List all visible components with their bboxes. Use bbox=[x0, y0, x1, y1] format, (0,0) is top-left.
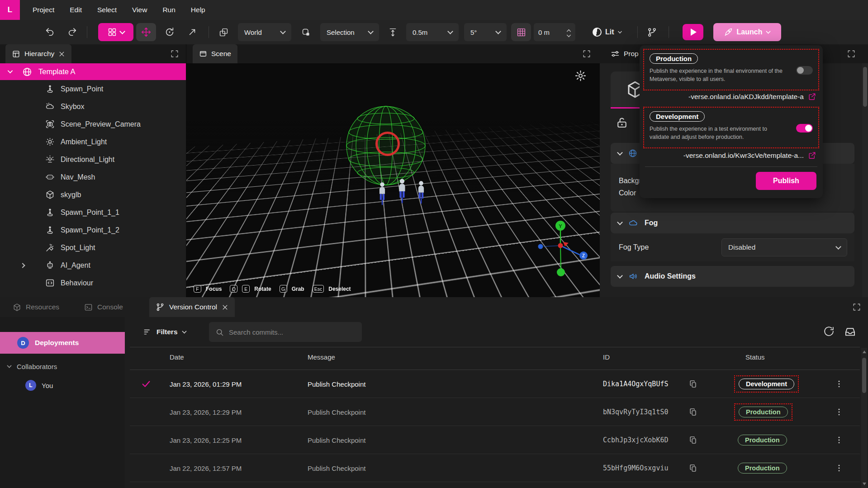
stepper-arrows[interactable] bbox=[567, 28, 571, 37]
fog-type-label: Fog Type bbox=[619, 243, 649, 251]
menu-view[interactable]: View bbox=[132, 6, 147, 14]
expand-icon[interactable] bbox=[171, 50, 179, 58]
avatar-figure[interactable] bbox=[415, 179, 427, 205]
tab-version-control[interactable]: Version Control bbox=[149, 297, 235, 317]
snap-toggle-button[interactable] bbox=[298, 24, 314, 40]
deployment-settings-icon[interactable] bbox=[844, 326, 856, 338]
redo-button[interactable] bbox=[64, 24, 81, 40]
lock-open-icon[interactable] bbox=[615, 116, 629, 129]
copy-icon[interactable] bbox=[689, 379, 697, 388]
copy-icon[interactable] bbox=[689, 436, 697, 444]
hierarchy-item-root[interactable]: Template A bbox=[0, 63, 186, 80]
chevron-right-icon[interactable] bbox=[20, 263, 25, 268]
refresh-icon[interactable] bbox=[823, 326, 835, 337]
fog-type-dropdown[interactable]: Disabled bbox=[721, 238, 847, 256]
production-description: Publish the experience in the final envi… bbox=[650, 67, 786, 83]
publish-button[interactable]: Publish bbox=[756, 172, 816, 190]
tab-hierarchy[interactable]: Hierarchy bbox=[5, 44, 71, 63]
cube-icon bbox=[45, 190, 55, 199]
tab-console[interactable]: Console bbox=[78, 297, 129, 317]
search-input[interactable] bbox=[229, 328, 346, 336]
menu-select[interactable]: Select bbox=[97, 6, 117, 14]
rotation-snap-dropdown[interactable]: 5° bbox=[464, 23, 507, 41]
sidebar-item-deployments[interactable]: D Deployments bbox=[0, 332, 125, 354]
table-row[interactable]: Jan 22, 2026, 12:57 PM Publish Checkpoin… bbox=[130, 454, 860, 482]
tab-resources[interactable]: Resources bbox=[6, 297, 66, 317]
close-icon[interactable] bbox=[222, 304, 228, 311]
avatar-figure[interactable] bbox=[396, 177, 408, 204]
expand-icon[interactable] bbox=[847, 50, 855, 58]
hierarchy-item[interactable]: skyglb bbox=[0, 186, 186, 204]
rotate-tool-button[interactable] bbox=[160, 23, 180, 41]
pivot-dropdown[interactable]: Selection bbox=[320, 23, 379, 41]
tab-scene[interactable]: Scene bbox=[193, 44, 237, 63]
hierarchy-item[interactable]: Directional_Light bbox=[0, 151, 186, 168]
hierarchy-item[interactable]: Spawn_Point_1_2 bbox=[0, 221, 186, 239]
expand-icon[interactable] bbox=[853, 303, 861, 311]
robot-icon bbox=[45, 261, 55, 270]
production-url: -verse.onland.io/aKDJkdd/template-a bbox=[688, 93, 804, 101]
tab-properties[interactable]: Prop bbox=[604, 44, 645, 63]
hierarchy-item[interactable]: Scene_Preview_Camera bbox=[0, 115, 186, 133]
space-dropdown[interactable]: World bbox=[238, 23, 291, 41]
transform-gizmo[interactable]: Y Z bbox=[535, 219, 593, 279]
kebab-menu-icon[interactable] bbox=[835, 379, 844, 389]
menu-help[interactable]: Help bbox=[191, 6, 205, 14]
kebab-menu-icon[interactable] bbox=[835, 407, 844, 417]
table-row[interactable]: Jan 23, 2026, 12:29 PM Publish Checkpoin… bbox=[130, 398, 860, 426]
gear-icon[interactable] bbox=[574, 70, 587, 82]
current-check-icon bbox=[141, 379, 151, 389]
launch-button[interactable]: Launch bbox=[713, 23, 781, 41]
scene-canvas[interactable]: Y Z F Focus Q E Rotate G Grab Esc Desele… bbox=[186, 63, 600, 297]
sidebar-item-collaborators[interactable]: Collaborators bbox=[0, 359, 125, 374]
properties-scrollbar[interactable] bbox=[862, 63, 868, 297]
grid-visibility-button[interactable] bbox=[511, 23, 531, 41]
avatar-figure[interactable] bbox=[376, 181, 388, 206]
kebab-menu-icon[interactable] bbox=[835, 436, 844, 445]
external-link-icon[interactable] bbox=[808, 92, 816, 101]
sidebar-item-you[interactable]: L You bbox=[0, 378, 125, 393]
play-button[interactable] bbox=[683, 24, 703, 40]
hierarchy-item[interactable]: Spot_Light bbox=[0, 239, 186, 256]
scale-tool-button[interactable] bbox=[182, 23, 202, 41]
production-url-row: -verse.onland.io/aKDJkdd/template-a bbox=[688, 92, 816, 101]
measure-button[interactable] bbox=[384, 24, 401, 40]
development-section: Development Publish the experience in a … bbox=[643, 107, 819, 148]
table-row[interactable]: Jan 23, 2026, 12:25 PM Publish Checkpoin… bbox=[130, 426, 860, 454]
external-link-icon[interactable] bbox=[808, 151, 816, 160]
hierarchy-item[interactable]: AI_Agent bbox=[0, 256, 186, 274]
hierarchy-item[interactable]: Spawn_Point bbox=[0, 80, 186, 98]
hierarchy-item[interactable]: Behaviour bbox=[0, 274, 186, 292]
development-toggle[interactable] bbox=[796, 124, 813, 133]
expand-icon[interactable] bbox=[583, 50, 591, 58]
copy-icon[interactable] bbox=[689, 407, 697, 416]
hierarchy-item[interactable]: Spawn_Point_1_1 bbox=[0, 204, 186, 221]
menu-run[interactable]: Run bbox=[162, 6, 175, 14]
filters-button[interactable]: Filters bbox=[143, 322, 186, 342]
hierarchy-item[interactable]: Nav_Mesh bbox=[0, 168, 186, 186]
production-toggle[interactable] bbox=[796, 66, 813, 75]
asset-library-button[interactable] bbox=[98, 23, 133, 41]
table-scrollbar[interactable] bbox=[861, 348, 867, 488]
table-row[interactable]: Jan 23, 2026, 01:29 PM Publish Checkpoin… bbox=[130, 370, 860, 398]
copy-icon[interactable] bbox=[689, 464, 697, 472]
close-icon[interactable] bbox=[58, 51, 65, 57]
hierarchy-item[interactable]: Skybox bbox=[0, 98, 186, 115]
undo-button[interactable] bbox=[42, 24, 58, 40]
fog-section-header[interactable]: Fog bbox=[611, 213, 854, 233]
move-tool-button[interactable] bbox=[136, 23, 156, 41]
search-commits-box[interactable] bbox=[209, 322, 362, 342]
audio-settings-header[interactable]: Audio Settings bbox=[611, 266, 854, 287]
kebab-menu-icon[interactable] bbox=[835, 464, 844, 473]
elevation-stepper[interactable]: 0 m bbox=[534, 23, 575, 41]
grid-size-dropdown[interactable]: 0.5m bbox=[406, 23, 459, 41]
search-icon bbox=[215, 328, 224, 336]
version-control-button[interactable] bbox=[644, 24, 660, 40]
menu-project[interactable]: Project bbox=[33, 6, 54, 14]
transform-paste-button[interactable] bbox=[215, 24, 232, 40]
hierarchy-list: Spawn_Point Skybox Scene_Preview_Camera … bbox=[0, 80, 186, 292]
menu-edit[interactable]: Edit bbox=[70, 6, 82, 14]
shading-mode-dropdown[interactable]: Lit bbox=[593, 28, 622, 37]
chevron-down-icon[interactable] bbox=[8, 68, 13, 73]
hierarchy-item[interactable]: Ambient_Light bbox=[0, 133, 186, 151]
